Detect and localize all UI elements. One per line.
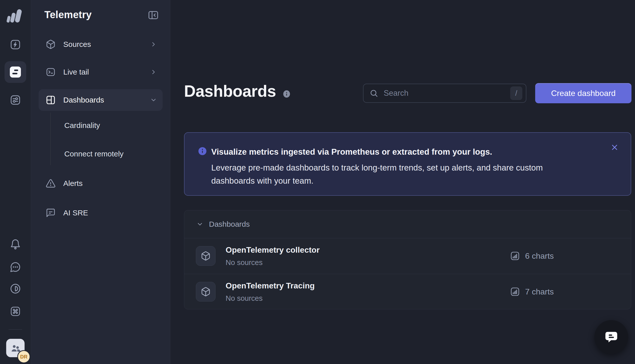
search-box[interactable]: / [363,84,526,103]
command-key-icon [10,306,21,317]
contrast-icon [10,283,21,294]
close-icon[interactable] [610,143,619,152]
bar-chart-icon [510,287,520,297]
sidebar-item-sources[interactable]: Sources [39,34,163,55]
sidebar-item-label: Alerts [63,179,83,188]
dashboard-row[interactable]: OpenTelemetry collector No sources 6 cha… [184,238,631,274]
row-text: OpenTelemetry collector No sources [226,245,320,267]
sidebar-item-label: AI SRE [63,209,88,217]
sidebar-subitem-label: Connect remotely [64,150,124,158]
chevron-down-icon [150,96,157,104]
dashboard-title: OpenTelemetry Tracing [226,281,315,290]
bell-icon [10,239,21,250]
user-initials-badge[interactable]: DR [17,350,31,363]
sidebar: Telemetry Sources [31,0,170,364]
dashboards-panel: Dashboards OpenTelemetry collector No so… [184,210,631,309]
telemetry-rail-item-active[interactable] [5,61,26,83]
charts-count-label: 6 charts [525,251,554,261]
sidebar-item-alerts[interactable]: Alerts [39,173,163,194]
sidebar-item-label: Dashboards [63,96,104,104]
terminal-icon [46,67,56,77]
icon-rail: DR [0,0,31,364]
pipeline-rail-item[interactable] [8,38,22,52]
cube-icon [196,282,216,302]
sidebar-item-label: Live tail [63,68,89,76]
sliders-icon [10,94,21,106]
cube-icon [46,39,56,49]
dashboard-title: OpenTelemetry collector [226,245,320,255]
brand-logo-icon[interactable] [6,8,25,24]
charts-count-label: 7 charts [525,287,554,296]
chevron-right-icon [150,41,157,48]
collapse-sidebar-button[interactable] [147,9,159,21]
settings-rail-item[interactable] [8,93,22,107]
telemetry-logs-icon [10,67,21,78]
sidebar-item-cardinality[interactable]: Cardinality [39,115,163,136]
sidebar-item-connect-remotely[interactable]: Connect remotely [39,143,163,165]
panel-collapse-icon [147,9,159,21]
notifications-rail-item[interactable] [8,237,22,251]
dashboard-subtitle: No sources [226,294,315,303]
main-content: Dashboards / Create dashboard [170,0,635,364]
page-title-row: Dashboards [184,83,291,99]
chat-bubble-icon [603,329,620,345]
dashboard-row[interactable]: OpenTelemetry Tracing No sources 7 chart… [184,274,631,310]
search-icon [370,89,378,97]
charts-count: 6 charts [510,251,554,261]
cube-icon [196,246,216,266]
dashboard-subtitle: No sources [226,258,320,267]
theme-contrast-rail-item[interactable] [8,282,22,296]
page-title: Dashboards [184,83,276,99]
charts-count: 7 charts [510,287,554,297]
app-root: DR Telemetry Sources [0,0,635,364]
section-label: Dashboards [209,220,250,228]
banner-title: Visualize metrics ingested via Prometheu… [211,147,492,157]
chevron-right-icon [150,69,157,76]
sidebar-title: Telemetry [44,9,92,20]
chevron-down-icon [196,221,203,228]
sidebar-subitem-label: Cardinality [64,121,100,130]
chat-dots-icon [10,261,21,273]
dashboards-section-toggle[interactable]: Dashboards [184,210,631,238]
row-text: OpenTelemetry Tracing No sources [226,281,315,303]
alert-triangle-icon [46,178,56,188]
message-square-icon [46,208,56,218]
chat-widget-button[interactable] [594,320,628,354]
sidebar-item-dashboards[interactable]: Dashboards [39,89,163,111]
slash-shortcut-badge: / [510,86,522,100]
sidebar-item-ai-sre[interactable]: AI SRE [39,202,163,224]
sidebar-item-live-tail[interactable]: Live tail [39,61,163,83]
feedback-rail-item[interactable] [8,260,22,274]
sidebar-item-label: Sources [63,40,91,49]
info-icon[interactable] [283,90,291,98]
rail-divider [9,329,22,330]
dashboard-grid-icon [46,95,56,105]
account-avatar[interactable]: DR [6,339,25,357]
create-dashboard-button[interactable]: Create dashboard [535,83,631,103]
banner-body: Leverage pre-made dashboards to track lo… [211,161,582,187]
bar-chart-icon [510,251,520,261]
info-banner: Visualize metrics ingested via Prometheu… [184,132,631,196]
shortcuts-rail-item[interactable] [8,304,22,318]
lightning-icon [10,39,21,50]
search-input[interactable] [383,88,510,98]
info-filled-icon [198,146,207,156]
